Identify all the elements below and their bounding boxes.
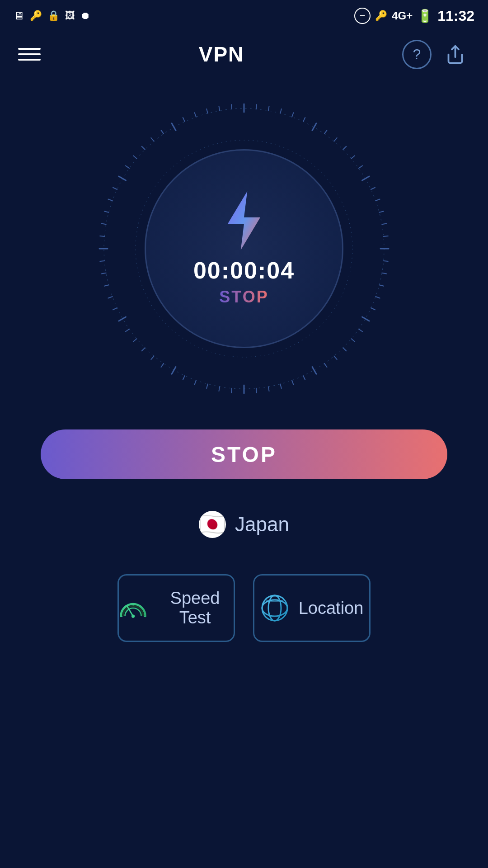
svg-line-13: [351, 156, 355, 158]
svg-line-42: [206, 384, 208, 388]
svg-line-5: [268, 106, 269, 111]
connection-dial[interactable]: 00:00:04 STOP: [90, 95, 398, 402]
status-time: 11:32: [437, 8, 474, 24]
svg-line-37: [268, 387, 269, 391]
svg-line-43: [195, 380, 196, 384]
stop-button[interactable]: STOP: [41, 429, 447, 479]
svg-line-36: [280, 384, 282, 388]
question-icon: ?: [413, 46, 421, 63]
menu-line-2: [18, 53, 41, 55]
country-selector[interactable]: 🇯🇵 Japan: [199, 511, 289, 538]
svg-line-71: [195, 113, 196, 117]
key2-icon: 🔑: [375, 10, 387, 22]
share-button[interactable]: [441, 40, 470, 69]
svg-line-35: [292, 380, 293, 384]
svg-line-67: [151, 138, 154, 142]
status-right-icons: − 🔑 4G+ 🔋 11:32: [354, 8, 474, 24]
svg-line-24: [379, 285, 384, 286]
key-icon: 🔑: [30, 10, 42, 22]
lightning-icon: [217, 191, 271, 250]
speedometer-icon: [119, 594, 147, 622]
main-content: 00:00:04 STOP STOP 🇯🇵 Japan: [0, 77, 488, 660]
globe-icon: [260, 594, 290, 623]
svg-line-12: [343, 146, 346, 150]
location-button[interactable]: Location: [253, 574, 371, 642]
svg-line-53: [108, 297, 112, 298]
svg-point-77: [131, 614, 135, 618]
svg-line-20: [384, 236, 388, 236]
dial-stop-label: STOP: [219, 288, 268, 307]
svg-line-22: [384, 261, 388, 261]
svg-line-63: [119, 176, 126, 180]
record-icon: ⏺: [80, 10, 90, 22]
svg-line-30: [343, 348, 346, 351]
svg-line-73: [219, 106, 220, 111]
svg-line-55: [102, 273, 106, 274]
svg-line-72: [206, 109, 208, 113]
svg-line-14: [359, 165, 362, 168]
svg-line-45: [172, 367, 176, 374]
svg-line-4: [256, 104, 257, 109]
lock-icon: 🔒: [47, 10, 60, 22]
svg-line-16: [371, 188, 375, 189]
svg-point-85: [266, 596, 284, 602]
svg-line-46: [161, 363, 164, 367]
svg-line-74: [231, 104, 232, 109]
svg-line-6: [280, 109, 282, 113]
signal-icon: 4G+: [392, 9, 413, 22]
svg-line-62: [113, 188, 117, 189]
svg-line-26: [371, 308, 375, 310]
country-flag: 🇯🇵: [199, 511, 226, 538]
menu-button[interactable]: [18, 48, 41, 61]
svg-line-48: [142, 348, 145, 351]
svg-line-44: [183, 376, 185, 380]
image-icon: 🖼: [65, 10, 75, 22]
svg-line-7: [292, 113, 293, 117]
svg-line-28: [359, 329, 362, 332]
connection-timer: 00:00:04: [193, 257, 295, 284]
sim-icon: 🖥: [14, 9, 24, 22]
svg-line-8: [303, 118, 305, 122]
svg-line-61: [108, 199, 112, 201]
location-label: Location: [299, 599, 364, 618]
menu-line-3: [18, 59, 41, 61]
status-bar: 🖥 🔑 🔒 🖼 ⏺ − 🔑 4G+ 🔋 11:32: [0, 0, 488, 32]
help-button[interactable]: ?: [402, 40, 432, 69]
svg-line-9: [312, 123, 316, 131]
svg-line-49: [133, 339, 137, 341]
svg-line-19: [382, 223, 386, 224]
svg-line-58: [100, 236, 104, 236]
bottom-actions: Speed Test Location: [81, 574, 407, 642]
dial-inner[interactable]: 00:00:04 STOP: [145, 149, 343, 348]
svg-line-66: [142, 146, 145, 150]
speed-test-button[interactable]: Speed Test: [117, 574, 235, 642]
svg-line-38: [256, 388, 257, 393]
svg-line-47: [151, 356, 154, 359]
svg-line-31: [334, 356, 337, 359]
svg-line-40: [231, 388, 232, 393]
svg-line-68: [161, 130, 164, 134]
svg-line-70: [183, 118, 185, 122]
svg-line-15: [362, 176, 370, 180]
battery-icon: 🔋: [417, 9, 433, 24]
svg-line-41: [219, 387, 220, 391]
menu-line-1: [18, 48, 41, 50]
svg-line-65: [133, 156, 137, 158]
svg-line-34: [303, 376, 305, 380]
svg-line-33: [312, 367, 316, 374]
country-name: Japan: [235, 513, 289, 536]
svg-line-69: [172, 123, 176, 131]
svg-line-64: [126, 165, 129, 168]
svg-line-50: [126, 329, 129, 332]
svg-line-60: [104, 211, 109, 212]
minus-icon: −: [354, 8, 371, 24]
svg-line-59: [102, 223, 106, 224]
status-left-icons: 🖥 🔑 🔒 🖼 ⏺: [14, 9, 90, 22]
svg-marker-75: [228, 191, 260, 250]
svg-line-10: [324, 130, 327, 134]
svg-line-17: [375, 199, 380, 201]
svg-line-27: [362, 317, 370, 321]
app-title: VPN: [199, 42, 244, 66]
app-header: VPN ?: [0, 32, 488, 77]
svg-line-56: [100, 261, 104, 261]
